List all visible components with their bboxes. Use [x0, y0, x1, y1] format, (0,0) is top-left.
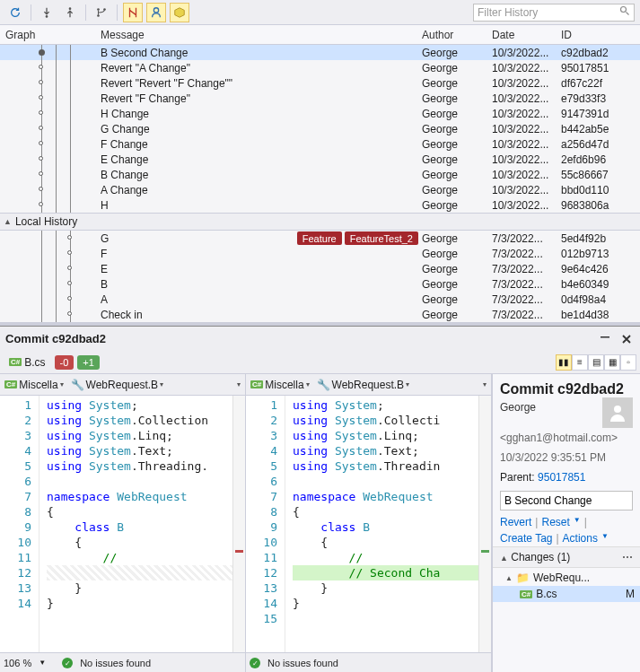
commit-row[interactable]: E ChangeGeorge10/3/2022...2efd6b96 — [0, 152, 640, 167]
avatar — [602, 397, 633, 428]
issues-label: No issues found — [80, 658, 151, 668]
svg-point-0 — [46, 15, 48, 18]
crumb-member-right[interactable]: ▾ — [480, 379, 489, 390]
crumb-ns-right[interactable]: C# Miscella▾ — [248, 377, 312, 393]
commit-row[interactable]: Revert "F Change"George10/3/2022...e79d3… — [0, 91, 640, 106]
commit-row[interactable]: B ChangeGeorge10/3/2022...55c86667 — [0, 167, 640, 182]
file-tab-name: B.cs — [24, 356, 45, 369]
tree-view-icon[interactable]: ▦ — [604, 354, 620, 371]
commit-details-panel: Commit c92dbad2 George <gghan1@hotmail.c… — [492, 374, 640, 672]
local-history-label: Local History — [15, 215, 77, 228]
filter-placeholder: Filter History — [478, 6, 538, 19]
folder-icon: 📁 — [516, 572, 530, 584]
side-by-side-icon[interactable]: ▮▮ — [556, 354, 572, 371]
diff-plus-badge: +1 — [77, 355, 100, 370]
commit-row[interactable]: G ChangeGeorge10/3/2022...b442ab5e — [0, 121, 640, 136]
zoom-level[interactable]: 106 % — [4, 658, 31, 668]
code-right[interactable]: using System;using System.Collectiusing … — [285, 396, 478, 652]
code-left[interactable]: using System;using System.Collectionusin… — [39, 396, 232, 652]
ok-icon: ✓ — [62, 658, 73, 668]
outgoing-icon[interactable] — [60, 3, 80, 22]
col-id[interactable]: ID — [557, 29, 626, 41]
commit-row[interactable]: HGeorge10/3/2022...9683806a — [0, 197, 640, 213]
details-email: <gghan1@hotmail.com> — [493, 428, 640, 448]
commit-row[interactable]: Revert "Revert "F Change""George10/3/202… — [0, 75, 640, 91]
commit-row[interactable]: F ChangeGeorge10/3/2022...a256d47d — [0, 136, 640, 152]
refresh-icon[interactable] — [5, 3, 25, 22]
history-toolbar: Filter History — [0, 0, 640, 25]
collapse-icon: ▲ — [4, 217, 12, 226]
parent-label: Parent: — [500, 471, 535, 484]
tree-folder[interactable]: ▲ 📁 WebRequ... — [493, 570, 640, 586]
csharp-icon: C# — [250, 380, 263, 388]
commit-row[interactable]: H ChangeGeorge10/3/2022...9147391d — [0, 106, 640, 121]
crumb-class-right[interactable]: 🔧 WebRequest.B▾ — [314, 377, 413, 393]
file-status: M — [626, 588, 640, 600]
details-timestamp: 10/3/2022 9:35:51 PM — [493, 448, 640, 467]
commit-row[interactable]: GFeatureFeatureTest_2George7/3/2022...5e… — [0, 231, 640, 246]
col-date[interactable]: Date — [488, 29, 557, 41]
create-tag-link[interactable]: Create Tag — [500, 532, 552, 545]
minimap-right[interactable] — [478, 396, 491, 652]
tree-file[interactable]: C# B.cs M — [493, 586, 640, 602]
commit-row[interactable]: A ChangeGeorge10/3/2022...bbd0d110 — [0, 182, 640, 197]
close-icon[interactable] — [618, 331, 635, 347]
changes-header[interactable]: ▲ Changes (1) ⋯ — [493, 546, 640, 568]
revert-link[interactable]: Revert — [500, 516, 531, 528]
commit-row[interactable]: AGeorge7/3/2022...0d4f98a4 — [0, 292, 640, 307]
diff-right-pane: C# Miscella▾ 🔧 WebRequest.B▾ ▾ 123456789… — [246, 374, 492, 672]
branch-icon[interactable] — [92, 3, 111, 22]
commit-row[interactable]: EGeorge7/3/2022...9e64c426 — [0, 261, 640, 276]
local-history-section[interactable]: ▲ Local History — [0, 213, 640, 231]
commit-row[interactable]: Check inGeorge7/3/2022...be1d4d38 — [0, 307, 640, 322]
svg-point-1 — [69, 7, 72, 10]
flat-view-icon[interactable]: ▫ — [620, 354, 636, 371]
tag-toggle-icon[interactable] — [170, 3, 189, 22]
search-icon — [619, 5, 630, 19]
col-message[interactable]: Message — [97, 29, 418, 41]
inline-view-icon[interactable]: ≡ — [572, 354, 588, 371]
actions-link[interactable]: Actions — [563, 532, 598, 545]
status-bar-left: 106 % ▼ ✓ No issues found — [0, 652, 245, 672]
col-graph[interactable]: Graph — [0, 29, 97, 41]
svg-point-8 — [614, 406, 621, 413]
commit-row[interactable]: B Second ChangeGeorge10/3/2022...c92dbad… — [0, 45, 640, 60]
gutter-right: 123456789101112131415 — [246, 396, 285, 652]
minimap-left[interactable] — [232, 396, 245, 652]
history-columns: Graph Message Author Date ID — [0, 25, 640, 45]
gutter-left: 1234567891011121314 — [0, 396, 39, 652]
commit-message-input[interactable] — [500, 491, 633, 511]
file-tab-bcs[interactable]: C# B.cs — [4, 354, 51, 371]
file-tabs-bar: C# B.cs -0 +1 ▮▮ ≡ ▤ ▦ ▫ — [0, 351, 640, 374]
reset-link[interactable]: Reset — [541, 516, 569, 528]
tag-badge: Feature — [297, 231, 342, 245]
crumb-bar-left: C# Miscella▾ 🔧 WebRequest.B▾ ▾ — [0, 374, 245, 396]
graph-toggle-icon[interactable] — [123, 3, 143, 22]
crumb-ns-left[interactable]: C# Miscella▾ — [2, 377, 66, 393]
crumb-bar-right: C# Miscella▾ 🔧 WebRequest.B▾ ▾ — [246, 374, 491, 396]
incoming-icon[interactable] — [37, 3, 57, 22]
filter-history-input[interactable]: Filter History — [473, 4, 635, 22]
maximize-icon[interactable] — [597, 331, 613, 347]
list-view-icon[interactable]: ▤ — [588, 354, 604, 371]
col-author[interactable]: Author — [418, 29, 488, 41]
changes-tree[interactable]: ▲ 📁 WebRequ... C# B.cs M — [493, 568, 640, 604]
local-history-list[interactable]: GFeatureFeatureTest_2George7/3/2022...5e… — [0, 231, 640, 322]
commit-row[interactable]: FGeorge7/3/2022...012b9713 — [0, 246, 640, 261]
details-author: George — [500, 401, 536, 414]
history-list[interactable]: B Second ChangeGeorge10/3/2022...c92dbad… — [0, 45, 640, 213]
author-toggle-icon[interactable] — [146, 3, 166, 22]
commit-row[interactable]: BGeorge7/3/2022...b4e60349 — [0, 276, 640, 292]
parent-link[interactable]: 95017851 — [538, 471, 585, 484]
commit-pane-header: Commit c92dbad2 — [0, 326, 640, 351]
more-icon[interactable]: ⋯ — [622, 551, 633, 563]
class-icon: 🔧 — [317, 379, 330, 391]
csharp-icon: C# — [520, 590, 532, 598]
crumb-member-left[interactable]: ▾ — [234, 379, 243, 390]
crumb-class-left[interactable]: 🔧 WebRequest.B▾ — [68, 377, 167, 393]
tag-badge: FeatureTest_2 — [345, 231, 418, 245]
diff-minus-badge: -0 — [55, 355, 75, 370]
commit-pane-title: Commit c92dbad2 — [5, 332, 106, 345]
commit-body: C# Miscella▾ 🔧 WebRequest.B▾ ▾ 123456789… — [0, 374, 640, 672]
commit-row[interactable]: Revert "A Change"George10/3/2022...95017… — [0, 60, 640, 75]
